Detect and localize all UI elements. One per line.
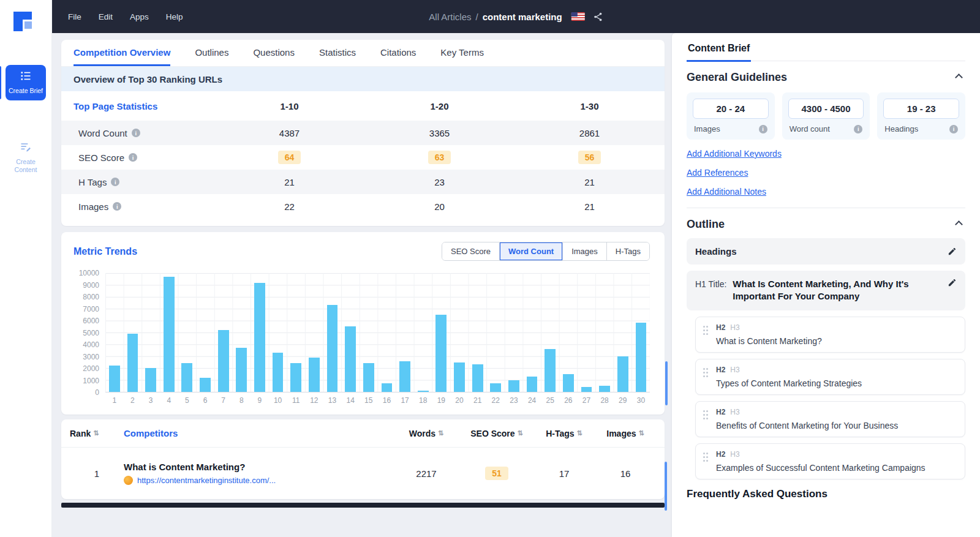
edit-h1-pencil-icon[interactable] [948, 278, 957, 287]
stats-header: Top Page Statistics 1-10 1-20 1-30 [61, 91, 665, 121]
headings-range-field[interactable]: 19 - 23 [883, 99, 959, 119]
chevron-up-icon[interactable] [955, 220, 963, 228]
tab-citations[interactable]: Citations [380, 40, 416, 66]
h3-tag[interactable]: H3 [730, 408, 739, 416]
drag-handle-icon[interactable] [703, 453, 709, 462]
y-tick-label: 9000 [83, 281, 99, 290]
add-references-link[interactable]: Add References [687, 168, 748, 178]
sort-by-words[interactable]: Words⇅ [393, 429, 460, 438]
competitors-header-row: Rank⇅ Competitors Words⇅ SEO Score⇅ H-Ta… [61, 419, 665, 448]
toggle-word-count[interactable]: Word Count [499, 242, 562, 260]
stat-value: 4387 [214, 128, 364, 138]
chart-bar [490, 383, 501, 392]
x-tick-label: 21 [469, 396, 487, 405]
outline-item-text: Benefits of Content Marketing for Your B… [716, 421, 898, 430]
h3-tag[interactable]: H3 [730, 450, 739, 459]
x-tick-label: 24 [523, 396, 541, 405]
competitor-url-link[interactable]: https://contentmarketinginstitute.com/..… [137, 476, 276, 485]
main-scrollbar-thumb[interactable] [665, 361, 668, 405]
info-icon[interactable]: i [113, 202, 121, 211]
competitor-title[interactable]: What is Content Marketing? [124, 462, 393, 472]
info-icon[interactable]: i [949, 125, 958, 133]
chart-bar [273, 353, 284, 392]
edit-headings-pencil-icon[interactable] [948, 247, 957, 256]
overview-band: Overview of Top 30 Ranking URLs [61, 67, 665, 91]
toggle-h-tags[interactable]: H-Tags [606, 242, 649, 260]
info-icon[interactable]: i [132, 129, 140, 137]
h3-tag[interactable]: H3 [730, 366, 739, 374]
outline-item[interactable]: H2 H3 Examples of Successful Content Mar… [695, 443, 965, 479]
outline-item[interactable]: H2 H3 Types of Content Marketing Strateg… [695, 359, 965, 395]
x-tick-label: 4 [160, 396, 178, 405]
h2-tag[interactable]: H2 [716, 323, 725, 332]
sort-icon: ⇅ [438, 429, 443, 437]
info-icon[interactable]: i [759, 125, 767, 133]
tab-statistics[interactable]: Statistics [319, 40, 356, 66]
left-sidebar: Create Brief Create Content [0, 0, 52, 537]
h3-tag[interactable]: H3 [730, 323, 739, 332]
seo-score-badge: 63 [428, 151, 451, 164]
app-logo[interactable] [10, 9, 51, 37]
h2-tag[interactable]: H2 [716, 408, 725, 416]
outline-item-text: Examples of Successful Content Marketing… [716, 463, 925, 473]
word-count-range-field[interactable]: 4300 - 4500 [788, 99, 864, 119]
outline-item[interactable]: H2 H3 What is Content Marketing? [695, 317, 965, 353]
share-icon[interactable] [593, 12, 603, 22]
images-range-field[interactable]: 20 - 24 [693, 99, 769, 119]
tab-outlines[interactable]: Outlines [195, 40, 228, 66]
stat-value: 23 [364, 177, 514, 187]
x-tick-label: 12 [305, 396, 323, 405]
chart-bar [527, 377, 538, 392]
info-icon[interactable]: i [111, 178, 119, 186]
sidebar-item-create-brief[interactable]: Create Brief [6, 65, 46, 100]
x-tick-label: 19 [432, 396, 451, 405]
breadcrumb-parent-link[interactable]: All Articles [429, 12, 471, 22]
x-tick-label: 10 [269, 396, 287, 405]
x-tick-label: 13 [323, 396, 342, 405]
chart-y-axis: 1000090008000700060005000400030002000100… [74, 273, 105, 392]
content-brief-title: Content Brief [687, 33, 751, 62]
menu-file[interactable]: File [68, 12, 81, 21]
drag-handle-icon[interactable] [703, 326, 709, 336]
sort-by-rank[interactable]: Rank⇅ [70, 429, 124, 438]
chart-bar [636, 323, 647, 392]
menu-edit[interactable]: Edit [99, 12, 113, 21]
tab-questions[interactable]: Questions [253, 40, 295, 66]
add-additional-keywords-link[interactable]: Add Additional Keywords [687, 149, 782, 159]
guideline-word-count-box: 4300 - 4500 Word count i [782, 92, 870, 140]
sort-by-images[interactable]: Images⇅ [595, 429, 656, 438]
sort-icon: ⇅ [577, 429, 582, 437]
drag-handle-icon[interactable] [703, 368, 709, 378]
content-brief-panel: Content Brief General Guidelines 20 - 24… [672, 33, 980, 537]
breadcrumb: All Articles / content marketing [429, 12, 603, 22]
main-scrollbar-thumb[interactable] [665, 462, 667, 511]
divider [687, 208, 965, 208]
outline-item[interactable]: H2 H3 Benefits of Content Marketing for … [695, 401, 965, 437]
us-flag-icon[interactable] [571, 12, 585, 21]
menu-apps[interactable]: Apps [130, 12, 149, 21]
chart-bar [581, 387, 592, 392]
competitors-header: Competitors [124, 428, 393, 438]
sidebar-item-create-content[interactable]: Create Content [6, 136, 46, 179]
info-icon[interactable]: i [129, 153, 137, 162]
toggle-images[interactable]: Images [562, 242, 606, 260]
chevron-up-icon[interactable] [955, 73, 963, 81]
sort-by-h-tags[interactable]: H-Tags⇅ [533, 429, 595, 438]
stats-title: Top Page Statistics [61, 101, 214, 111]
h2-tag[interactable]: H2 [716, 450, 725, 459]
info-icon[interactable]: i [854, 125, 862, 133]
stat-label: H Tags [78, 177, 107, 187]
toggle-seo-score[interactable]: SEO Score [442, 242, 499, 260]
y-tick-label: 4000 [83, 340, 99, 349]
drag-handle-icon[interactable] [703, 410, 709, 420]
sort-by-seo-score[interactable]: SEO Score⇅ [460, 429, 533, 438]
tab-competition-overview[interactable]: Competition Overview [74, 40, 170, 66]
seo-score-badge: 56 [578, 151, 601, 164]
chart-bar [254, 283, 265, 392]
add-additional-notes-link[interactable]: Add Additional Notes [687, 187, 766, 197]
h2-tag[interactable]: H2 [716, 366, 725, 374]
create-content-icon [20, 145, 32, 155]
topbar: File Edit Apps Help All Articles / conte… [52, 0, 980, 33]
tab-key-terms[interactable]: Key Terms [440, 40, 484, 66]
menu-help[interactable]: Help [166, 12, 183, 21]
